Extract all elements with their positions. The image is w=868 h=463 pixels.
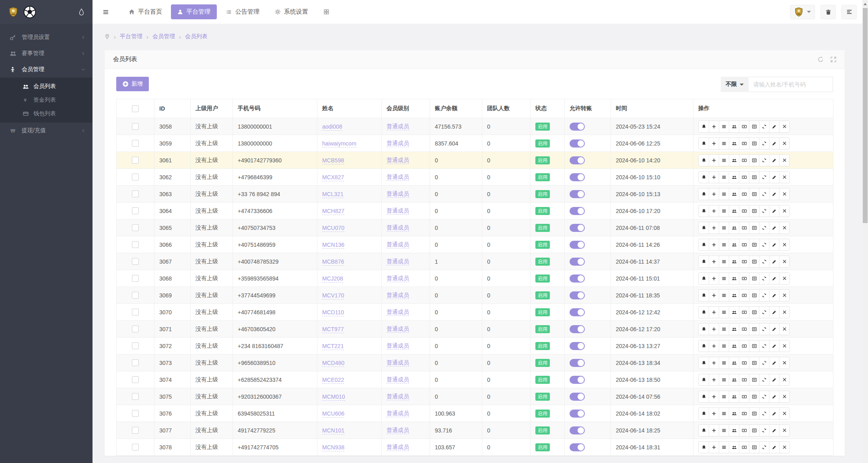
transfer-toggle[interactable] — [570, 190, 585, 198]
edit-button[interactable] — [769, 273, 779, 284]
member-level-link[interactable]: 普通成员 — [387, 376, 409, 383]
member-level-link[interactable]: 普通成员 — [387, 309, 409, 316]
row-checkbox[interactable] — [132, 174, 139, 180]
logs-button[interactable] — [719, 188, 729, 200]
bill-list-button[interactable] — [749, 425, 759, 436]
transfer-toggle[interactable] — [570, 173, 585, 181]
transfer-toggle[interactable] — [570, 342, 585, 350]
bill-list-button[interactable] — [749, 307, 759, 318]
edit-button[interactable] — [769, 205, 779, 217]
member-level-link[interactable]: 普通成员 — [387, 191, 409, 198]
member-name-link[interactable]: MCT221 — [322, 343, 344, 350]
sidebar-item-funds-list[interactable]: ¥ 资金列表 — [0, 93, 93, 107]
row-checkbox[interactable] — [132, 123, 139, 130]
row-checkbox[interactable] — [132, 224, 139, 231]
row-checkbox[interactable] — [132, 157, 139, 164]
money-button[interactable] — [739, 442, 749, 453]
delete-button[interactable] — [779, 256, 789, 267]
logs-button[interactable] — [719, 425, 729, 436]
team-button[interactable] — [729, 442, 739, 453]
member-name-link[interactable]: MCU070 — [322, 225, 344, 232]
vertical-scrollbar[interactable] — [862, 0, 868, 463]
reset-button[interactable] — [759, 408, 769, 419]
money-button[interactable] — [739, 307, 749, 318]
logs-button[interactable] — [719, 256, 729, 267]
notify-button[interactable] — [699, 340, 709, 352]
member-level-link[interactable]: 普通成员 — [387, 258, 409, 265]
bill-list-button[interactable] — [749, 121, 759, 132]
reset-button[interactable] — [759, 138, 769, 149]
delete-button[interactable] — [779, 391, 789, 402]
bill-list-button[interactable] — [749, 273, 759, 284]
bill-list-button[interactable] — [749, 391, 759, 402]
add-sub-button[interactable] — [709, 256, 719, 267]
money-button[interactable] — [739, 205, 749, 217]
edit-button[interactable] — [769, 307, 779, 318]
money-button[interactable] — [739, 273, 749, 284]
transfer-toggle[interactable] — [570, 291, 585, 299]
member-level-link[interactable]: 普通成员 — [387, 342, 409, 350]
delete-button[interactable] — [779, 324, 789, 335]
bill-list-button[interactable] — [749, 290, 759, 301]
member-level-link[interactable]: 普通成员 — [387, 410, 409, 417]
delete-button[interactable] — [779, 273, 789, 284]
reset-button[interactable] — [759, 155, 769, 166]
team-button[interactable] — [729, 290, 739, 301]
logs-button[interactable] — [719, 172, 729, 183]
tab-platform-management[interactable]: 平台管理 — [171, 4, 217, 19]
reset-button[interactable] — [759, 290, 769, 301]
transfer-toggle[interactable] — [570, 275, 585, 283]
sidebar-item-match-management[interactable]: 赛事管理 — [0, 45, 93, 61]
transfer-toggle[interactable] — [570, 207, 585, 215]
logs-button[interactable] — [719, 121, 729, 132]
team-button[interactable] — [729, 188, 739, 200]
row-checkbox[interactable] — [132, 207, 139, 214]
tab-announcement-management[interactable]: 公告管理 — [219, 4, 266, 19]
member-name-link[interactable]: MCN136 — [322, 242, 344, 249]
add-sub-button[interactable] — [709, 273, 719, 284]
money-button[interactable] — [739, 172, 749, 183]
reset-button[interactable] — [759, 324, 769, 335]
member-name-link[interactable]: MCN101 — [322, 427, 344, 434]
user-avatar-dropdown[interactable] — [790, 5, 815, 19]
member-name-link[interactable]: MCU606 — [322, 410, 344, 418]
member-level-link[interactable]: 普通成员 — [387, 157, 409, 164]
edit-button[interactable] — [769, 121, 779, 132]
reset-button[interactable] — [759, 172, 769, 183]
money-button[interactable] — [739, 340, 749, 352]
row-checkbox[interactable] — [132, 410, 139, 417]
refresh-icon[interactable] — [817, 56, 824, 63]
logs-button[interactable] — [719, 273, 729, 284]
transfer-toggle[interactable] — [570, 156, 585, 164]
add-sub-button[interactable] — [709, 425, 719, 436]
add-sub-button[interactable] — [709, 391, 719, 402]
bill-list-button[interactable] — [749, 138, 759, 149]
team-button[interactable] — [729, 121, 739, 132]
member-level-link[interactable]: 普通成员 — [387, 275, 409, 282]
trash-button[interactable] — [821, 5, 836, 19]
member-name-link[interactable]: MCH827 — [322, 208, 344, 215]
transfer-toggle[interactable] — [570, 325, 585, 333]
delete-button[interactable] — [779, 442, 789, 453]
row-checkbox[interactable] — [132, 444, 139, 451]
member-name-link[interactable]: MCD110 — [322, 309, 344, 316]
bill-list-button[interactable] — [749, 239, 759, 250]
row-checkbox[interactable] — [132, 275, 139, 282]
add-member-button[interactable]: 新增 — [116, 77, 149, 91]
reset-button[interactable] — [759, 121, 769, 132]
member-name-link[interactable]: MCX827 — [322, 174, 344, 181]
add-sub-button[interactable] — [709, 172, 719, 183]
member-level-link[interactable]: 普通成员 — [387, 241, 409, 248]
team-button[interactable] — [729, 239, 739, 250]
row-checkbox[interactable] — [132, 140, 139, 147]
logs-button[interactable] — [719, 324, 729, 335]
edit-button[interactable] — [769, 239, 779, 250]
transfer-toggle[interactable] — [570, 426, 585, 434]
member-level-link[interactable]: 普通成员 — [387, 359, 409, 367]
edit-button[interactable] — [769, 188, 779, 200]
transfer-toggle[interactable] — [570, 139, 585, 148]
member-name-link[interactable]: MCD480 — [322, 360, 344, 367]
add-sub-button[interactable] — [709, 222, 719, 234]
transfer-toggle[interactable] — [570, 359, 585, 367]
member-level-link[interactable]: 普通成员 — [387, 140, 409, 147]
